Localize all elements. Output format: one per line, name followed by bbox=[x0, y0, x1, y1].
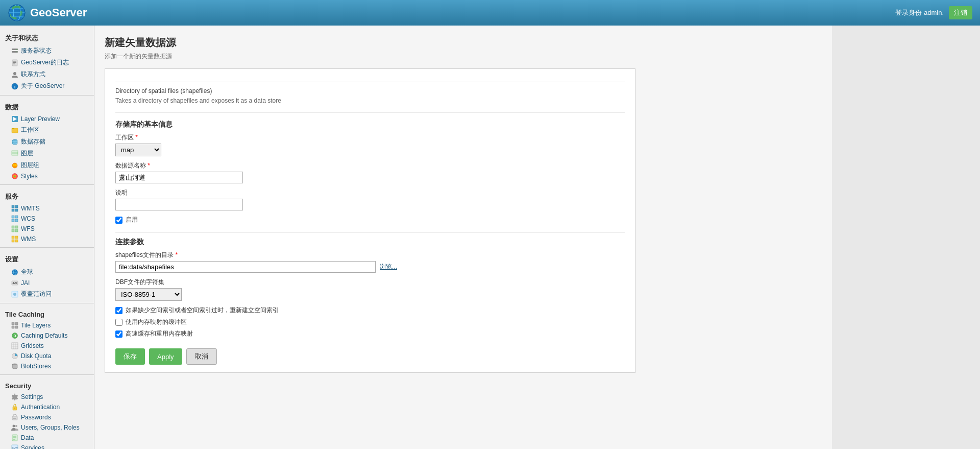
svg-rect-41 bbox=[12, 229, 14, 232]
sidebar-item-wmts[interactable]: WMTS bbox=[0, 203, 94, 214]
description-group: 说明 bbox=[115, 188, 625, 210]
sidebar-item-gridsets[interactable]: Gridsets bbox=[0, 341, 94, 351]
form-container: Directory of spatial files (shapefiles) … bbox=[105, 68, 635, 373]
sidebar-item-layers[interactable]: 图层 bbox=[0, 148, 94, 159]
sidebar-item-contact[interactable]: 联系方式 bbox=[0, 68, 94, 80]
sidebar-item-security-data[interactable]: Data bbox=[0, 433, 94, 443]
svg-point-14 bbox=[13, 72, 16, 75]
sidebar-item-logs[interactable]: GeoServer的日志 bbox=[0, 57, 94, 68]
svg-rect-56 bbox=[12, 326, 14, 328]
sidebar-item-server-status[interactable]: 服务器状态 bbox=[0, 45, 94, 57]
diskquota-icon bbox=[11, 352, 18, 360]
sidebar-item-passwords[interactable]: Passwords bbox=[0, 412, 94, 422]
svg-text:D: D bbox=[13, 334, 16, 338]
sidebar-item-blobstores[interactable]: BlobStores bbox=[0, 361, 94, 371]
svg-point-69 bbox=[14, 408, 15, 409]
divider-2 bbox=[0, 184, 94, 185]
sidebar-item-tile-layers[interactable]: Tile Layers bbox=[0, 320, 94, 330]
services-icon: SVC bbox=[11, 444, 18, 449]
logo-globe-icon bbox=[8, 4, 26, 22]
cancel-button[interactable]: 取消 bbox=[186, 348, 217, 365]
sidebar-item-diskquota[interactable]: Disk Quota bbox=[0, 351, 94, 361]
sidebar-item-styles[interactable]: Styles bbox=[0, 171, 94, 181]
svg-rect-31 bbox=[12, 205, 14, 208]
sidebar-item-caching-defaults[interactable]: D Caching Defaults bbox=[0, 330, 94, 341]
logo-text: GeoServer bbox=[30, 6, 87, 19]
sidebar-section-services: 服务 bbox=[0, 188, 94, 203]
checkbox2-row: 使用内存映射的缓冲区 bbox=[115, 318, 625, 326]
svg-rect-44 bbox=[15, 236, 18, 239]
users-icon bbox=[11, 424, 18, 431]
sidebar-item-coverage[interactable]: 覆盖范访问 bbox=[0, 288, 94, 300]
button-row: 保存 Apply 取消 bbox=[115, 348, 625, 365]
svg-point-71 bbox=[13, 418, 14, 419]
sidebar-item-datastore[interactable]: 数据存储 bbox=[0, 136, 94, 148]
sidebar-item-layer-preview[interactable]: Layer Preview bbox=[0, 114, 94, 124]
checkbox1[interactable] bbox=[115, 307, 122, 314]
connection-params-title: 连接参数 bbox=[115, 232, 625, 247]
data-icon bbox=[11, 434, 18, 441]
workspace-label: 工作区 * bbox=[115, 133, 625, 142]
datasource-name-label: 数据源名称 * bbox=[115, 161, 625, 170]
sidebar-item-security-settings[interactable]: Settings bbox=[0, 392, 94, 402]
dbf-charset-select[interactable]: ISO-8859-1UTF-8GBK bbox=[115, 288, 182, 301]
wmts-icon bbox=[11, 205, 18, 212]
sidebar-item-about[interactable]: i 关于 GeoServer bbox=[0, 80, 94, 92]
section-divider-1 bbox=[115, 112, 625, 112]
main-content: 新建矢量数据源 添加一个新的矢量数据源 Directory of spatial… bbox=[94, 26, 832, 449]
svg-rect-37 bbox=[12, 219, 14, 222]
description-input[interactable] bbox=[115, 199, 243, 210]
svg-rect-32 bbox=[15, 205, 18, 208]
datasource-name-input[interactable] bbox=[115, 172, 243, 183]
wcs-icon bbox=[11, 215, 18, 222]
sidebar-item-layergroup[interactable]: 图层组 bbox=[0, 159, 94, 171]
checkbox1-row: 如果缺少空间索引或者空间索引过时，重新建立空间索引 bbox=[115, 306, 625, 315]
save-button[interactable]: 保存 bbox=[115, 348, 145, 365]
sidebar-item-wfs[interactable]: WFS bbox=[0, 224, 94, 234]
svg-rect-39 bbox=[12, 226, 14, 228]
svg-rect-42 bbox=[15, 229, 18, 232]
svg-point-27 bbox=[15, 164, 17, 166]
login-status: 登录身份 admin. bbox=[895, 8, 944, 17]
svg-point-53 bbox=[13, 293, 16, 296]
divider-3 bbox=[0, 247, 94, 248]
sidebar-item-users[interactable]: Users, Groups, Roles bbox=[0, 422, 94, 433]
browse-link[interactable]: 浏览... bbox=[380, 263, 397, 271]
settings-icon bbox=[11, 393, 18, 400]
jai-icon: JAI bbox=[11, 279, 18, 287]
dbf-charset-group: DBF文件的字符集 ISO-8859-1UTF-8GBK bbox=[115, 278, 625, 301]
server-icon bbox=[11, 48, 18, 55]
svg-point-26 bbox=[13, 164, 15, 166]
divider-1 bbox=[0, 95, 94, 96]
enabled-label: 启用 bbox=[126, 216, 138, 224]
checkbox3[interactable] bbox=[115, 330, 122, 338]
gridsets-icon bbox=[11, 342, 18, 349]
svg-text:i: i bbox=[14, 84, 15, 89]
right-panel: 360日历 × 预计上城明天有「雨」出行记得带伞 小雨 21~35°C 西北风3… bbox=[832, 26, 980, 449]
checkbox2[interactable] bbox=[115, 319, 122, 326]
svg-rect-34 bbox=[15, 209, 18, 211]
sidebar-item-workspace[interactable]: 工作区 bbox=[0, 124, 94, 136]
sidebar-item-wms[interactable]: WMS bbox=[0, 234, 94, 244]
checkbox3-row: 高速缓存和重用内存映射 bbox=[115, 329, 625, 338]
enabled-row: 启用 bbox=[115, 216, 625, 224]
svg-rect-60 bbox=[12, 343, 18, 349]
datasource-type: Directory of spatial files (shapefiles) bbox=[115, 87, 625, 94]
enabled-checkbox[interactable] bbox=[115, 217, 122, 224]
workspace-select[interactable]: mapdefault bbox=[115, 144, 161, 156]
sidebar-item-global[interactable]: 全球 bbox=[0, 266, 94, 278]
header-right: 登录身份 admin. 注销 bbox=[895, 6, 972, 19]
sidebar-section-tilecaching: Tile Caching bbox=[0, 306, 94, 320]
sidebar-item-jai[interactable]: JAI JAI bbox=[0, 278, 94, 288]
shapefiles-dir-input[interactable] bbox=[115, 261, 376, 273]
cachingdefaults-icon: D bbox=[11, 332, 18, 339]
sidebar-item-security-services[interactable]: SVC Services bbox=[0, 443, 94, 449]
coverage-icon bbox=[11, 291, 18, 298]
datastore-icon bbox=[11, 138, 18, 146]
logout-button[interactable]: 注销 bbox=[949, 6, 972, 19]
apply-button[interactable]: Apply bbox=[149, 348, 182, 365]
sidebar-item-authentication[interactable]: Authentication bbox=[0, 402, 94, 412]
layout: 关于和状态 服务器状态 GeoServer的日志 联系方式 i 关于 GeoSe… bbox=[0, 26, 980, 449]
datasource-description: Takes a directory of shapefiles and expo… bbox=[115, 97, 625, 104]
sidebar-item-wcs[interactable]: WCS bbox=[0, 214, 94, 224]
